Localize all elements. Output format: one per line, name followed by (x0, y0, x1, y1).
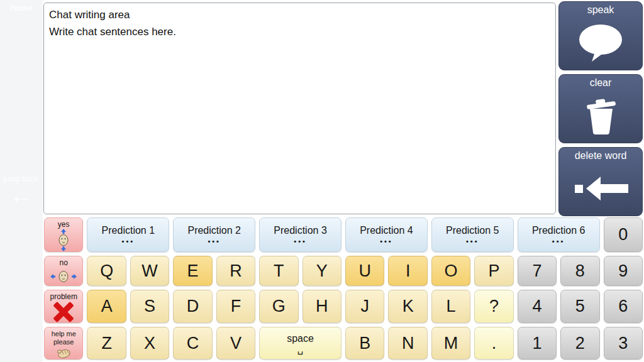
key-v[interactable]: V (216, 327, 255, 359)
key-m[interactable]: M (431, 327, 470, 359)
prediction-label: Prediction 1 (102, 225, 155, 236)
key-8[interactable]: 8 (560, 256, 599, 286)
chat-line: Write chat sentences here. (49, 23, 550, 40)
key-d[interactable]: D (173, 290, 212, 323)
head-nod-icon (55, 229, 72, 251)
yes-button[interactable]: yes (44, 217, 83, 252)
left-rail: Home jump back ← (0, 0, 43, 362)
key-n[interactable]: N (388, 327, 427, 359)
key-s[interactable]: S (130, 290, 169, 323)
key-space[interactable]: space ␣ (259, 327, 341, 359)
prediction-dots: ••• (208, 238, 221, 245)
home-button[interactable]: Home (10, 3, 33, 13)
jump-back-button[interactable]: jump back ← (0, 175, 42, 219)
key-e[interactable]: E (173, 256, 212, 286)
key-6[interactable]: 6 (604, 290, 643, 323)
no-button[interactable]: no (44, 256, 83, 286)
key-0[interactable]: 0 (604, 217, 643, 252)
prediction-dots: ••• (552, 238, 565, 245)
space-label: space (287, 333, 314, 344)
key-l[interactable]: L (431, 290, 470, 323)
key-y[interactable]: Y (303, 256, 341, 286)
prediction-1-cell[interactable]: Prediction 1 ••• (87, 217, 169, 252)
prediction-5-cell[interactable]: Prediction 5 ••• (431, 217, 514, 252)
problem-button[interactable]: problem (44, 290, 83, 323)
clear-button[interactable]: clear (558, 74, 643, 143)
delete-word-button[interactable]: delete word (558, 147, 643, 216)
no-label: no (60, 259, 68, 267)
speech-bubble-icon (576, 16, 625, 70)
key-u[interactable]: U (345, 256, 384, 286)
key-z[interactable]: Z (87, 327, 126, 359)
key-4[interactable]: 4 (518, 290, 557, 323)
key-3[interactable]: 3 (604, 327, 643, 359)
prediction-2-cell[interactable]: Prediction 2 ••• (173, 217, 255, 252)
prediction-dots: ••• (122, 238, 135, 245)
trash-icon (581, 89, 620, 143)
key-c[interactable]: C (173, 327, 212, 359)
backspace-arrow-icon (570, 162, 631, 216)
key-q[interactable]: Q (87, 256, 126, 286)
prediction-dots: ••• (380, 238, 393, 245)
jump-back-label: jump back (4, 175, 38, 184)
key-k[interactable]: K (388, 290, 427, 323)
help-me-please-label: help me please (45, 330, 82, 346)
prediction-dots: ••• (294, 238, 307, 245)
aac-communication-board: Home jump back ← Chat writing area Write… (0, 0, 644, 362)
key-x[interactable]: X (130, 327, 169, 359)
key-a[interactable]: A (87, 290, 126, 323)
key-1[interactable]: 1 (518, 327, 557, 359)
key-2[interactable]: 2 (560, 327, 599, 359)
help-me-please-button[interactable]: help me please (44, 327, 83, 359)
key-h[interactable]: H (303, 290, 341, 323)
key-r[interactable]: R (216, 256, 255, 286)
key-w[interactable]: W (130, 256, 169, 286)
space-symbol: ␣ (297, 344, 304, 354)
clear-label: clear (590, 77, 612, 89)
prediction-label: Prediction 6 (532, 225, 586, 236)
keyboard-grid: yes Prediction 1 ••• Prediction 2 ••• Pr… (44, 217, 643, 359)
key-question-mark[interactable]: ? (474, 290, 513, 323)
delete-word-label: delete word (575, 150, 627, 162)
speak-label: speak (587, 4, 614, 16)
key-i[interactable]: I (388, 256, 427, 286)
prediction-4-cell[interactable]: Prediction 4 ••• (345, 217, 428, 252)
prediction-label: Prediction 4 (360, 225, 413, 236)
head-shake-icon (50, 267, 77, 285)
key-t[interactable]: T (259, 256, 298, 286)
key-g[interactable]: G (259, 290, 298, 323)
key-7[interactable]: 7 (518, 256, 557, 286)
red-cross-icon (52, 301, 75, 322)
chat-writing-area[interactable]: Chat writing area Write chat sentences h… (43, 3, 556, 214)
chat-line: Chat writing area (49, 6, 550, 23)
prediction-dots: ••• (466, 238, 479, 245)
key-period[interactable]: . (474, 327, 513, 359)
prediction-label: Prediction 5 (446, 225, 499, 236)
hand-icon (55, 346, 72, 359)
key-9[interactable]: 9 (604, 256, 643, 286)
yes-label: yes (58, 221, 70, 229)
left-arrow-icon: ← (10, 185, 31, 206)
key-5[interactable]: 5 (560, 290, 599, 323)
prediction-6-cell[interactable]: Prediction 6 ••• (518, 217, 600, 252)
speak-button[interactable]: speak (558, 1, 643, 70)
key-j[interactable]: J (345, 290, 384, 323)
key-p[interactable]: P (474, 256, 513, 286)
prediction-label: Prediction 3 (274, 225, 327, 236)
key-f[interactable]: F (216, 290, 255, 323)
problem-label: problem (50, 293, 77, 301)
key-b[interactable]: B (345, 327, 384, 359)
key-o[interactable]: O (431, 256, 470, 286)
prediction-label: Prediction 2 (187, 225, 241, 236)
prediction-3-cell[interactable]: Prediction 3 ••• (259, 217, 341, 252)
